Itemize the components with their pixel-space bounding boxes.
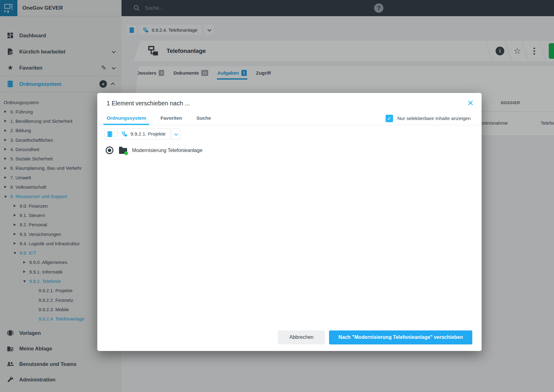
checkbox-label: Nur selektierbare Inhalte anzeigen [397,116,471,121]
checkbox-checked-icon[interactable]: ✓ [386,115,393,122]
radio-selected-icon[interactable] [106,146,113,154]
dialog-tab-favoriten[interactable]: Favoriten [157,115,185,125]
orgchart-icon [122,131,128,137]
dossier-option-label: Modernisierung Telefonieanlage [132,148,203,153]
chevron-down-icon [174,131,178,136]
move-submit-button[interactable]: Nach "Modernisierung Telefonieanlage" ve… [329,330,472,344]
dialog-tab-suche[interactable]: Suche [193,115,214,125]
cancel-button[interactable]: Abbrechen [278,330,325,344]
dossier-folder-icon [119,148,127,154]
selectable-only-checkbox-row[interactable]: ✓ Nur selektierbare Inhalte anzeigen [386,115,471,122]
divider [97,125,482,125]
dossier-option[interactable]: Modernisierung Telefonieanlage [106,146,203,154]
breadcrumb-expand-button[interactable] [171,128,181,140]
move-element-dialog: 1 Element verschieben nach ... × Ordnung… [97,93,482,351]
dialog-footer: Abbrechen Nach "Modernisierung Telefonie… [97,328,482,351]
dialog-breadcrumb: 9.9.2.1. Projekte [104,128,181,140]
dialog-title: 1 Element verschieben nach ... [107,100,190,107]
dialog-tab-ordnungssystem[interactable]: Ordnungssystem [103,115,149,125]
breadcrumb-label: 9.9.2.1. Projekte [130,131,166,137]
repository-root-button[interactable] [104,128,115,140]
dialog-tabs: OrdnungssystemFavoritenSuche [103,115,214,125]
breadcrumb-current[interactable]: 9.9.2.1. Projekte [117,128,170,140]
close-icon[interactable]: × [467,97,474,108]
database-icon [107,131,113,137]
